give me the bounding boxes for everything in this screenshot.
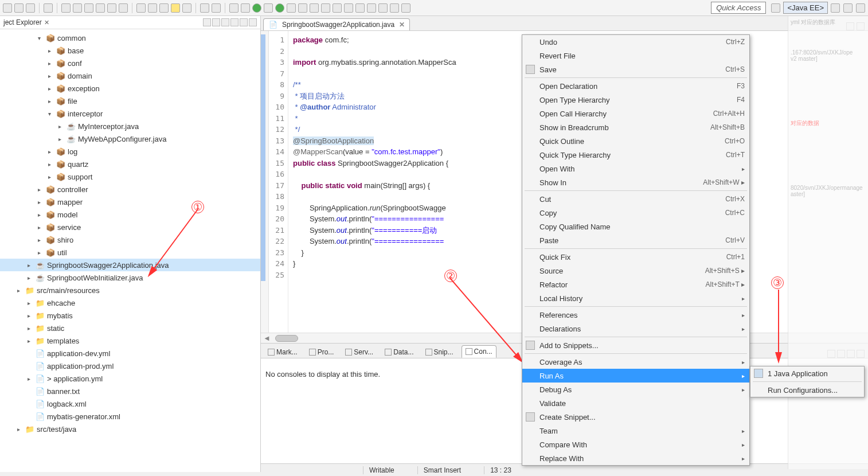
tb-icon[interactable] [107, 3, 116, 13]
context-menu-item[interactable]: Quick Type HierarchyCtrl+T [522, 148, 749, 162]
context-menu-item[interactable]: Debug As▸ [522, 383, 749, 396]
tree-node[interactable]: ▸📁src/test/java [0, 423, 260, 435]
tree-twist-icon[interactable]: ▸ [38, 199, 46, 205]
bottom-tab[interactable]: Data... [381, 346, 417, 358]
tb-icon[interactable] [61, 3, 71, 13]
bottom-tab[interactable]: Con... [462, 345, 496, 358]
tree-twist-icon[interactable]: ▸ [38, 224, 46, 231]
tree-node[interactable]: ▸📦domain [0, 69, 260, 82]
tree-twist-icon[interactable]: ▸ [58, 136, 67, 142]
context-menu-item[interactable]: Quick FixCtrl+1 [522, 250, 749, 264]
tree-node[interactable]: ▸📦conf [0, 57, 260, 69]
collapse-all-icon[interactable] [203, 18, 211, 26]
tb-icon[interactable] [333, 3, 342, 13]
submenu-item[interactable]: 1 Java Application [750, 366, 864, 380]
tree-twist-icon[interactable]: ▸ [48, 48, 56, 54]
tb-icon[interactable] [136, 3, 146, 13]
focus-task-icon[interactable] [221, 18, 229, 26]
tb-icon[interactable] [159, 3, 169, 13]
context-menu-item[interactable]: Open With▸ [522, 162, 749, 175]
tree-node[interactable]: ▸📁mybatis [0, 309, 260, 322]
context-menu-item[interactable]: Compare With▸ [522, 438, 749, 451]
project-tree[interactable]: ▾📦common▸📦base▸📦conf▸📦domain▸📦exception▸… [0, 29, 260, 472]
tree-twist-icon[interactable]: ▸ [28, 275, 36, 281]
tree-node[interactable]: ▸📁static [0, 322, 260, 334]
tb-icon[interactable] [344, 3, 353, 13]
tree-twist-icon[interactable]: ▸ [28, 300, 36, 306]
context-menu-item[interactable]: Replace With▸ [522, 451, 749, 465]
context-menu-item[interactable]: Open Call HierarchyCtrl+Alt+H [522, 107, 749, 120]
tb-icon[interactable] [241, 3, 250, 13]
tree-node[interactable]: ▸☕SpringbootWebInitializer.java [0, 271, 260, 284]
tree-node[interactable]: ▸📦support [0, 170, 260, 183]
tree-twist-icon[interactable]: ▸ [48, 60, 56, 67]
perspective-icon[interactable] [831, 3, 840, 13]
tree-node[interactable]: ▸📁src/main/resources [0, 284, 260, 296]
tb-icon[interactable] [298, 3, 307, 13]
run-as-submenu[interactable]: 1 Java ApplicationRun Configurations... [750, 366, 865, 397]
tree-twist-icon[interactable]: ▸ [28, 262, 36, 268]
tb-icon[interactable] [401, 3, 410, 13]
context-menu-item[interactable]: Open DeclarationF3 [522, 79, 749, 93]
link-editor-icon[interactable] [212, 18, 220, 26]
tb-icon[interactable] [229, 3, 238, 13]
javaee-perspective-button[interactable]: <Java EE> [783, 2, 828, 14]
tree-twist-icon[interactable]: ▸ [48, 73, 56, 79]
tree-node[interactable]: ▸📁ehcache [0, 296, 260, 309]
tree-twist-icon[interactable]: ▸ [38, 186, 46, 193]
tree-twist-icon[interactable]: ▸ [17, 287, 25, 294]
tree-node[interactable]: ▸📁templates [0, 334, 260, 347]
tb-icon[interactable] [310, 3, 319, 13]
tree-node[interactable]: ▸📦quartz [0, 158, 260, 170]
tb-icon[interactable] [390, 3, 399, 13]
open-perspective-icon[interactable] [771, 3, 780, 13]
tb-icon[interactable] [212, 3, 221, 13]
tree-node[interactable]: ▸📦file [0, 95, 260, 107]
tb-icon[interactable] [73, 3, 82, 13]
context-menu-item[interactable]: RefactorAlt+Shift+T ▸ [522, 278, 749, 291]
tb-icon[interactable] [182, 3, 191, 13]
tree-node[interactable]: ▸📦exception [0, 82, 260, 95]
context-menu-item[interactable]: Create Snippet... [522, 410, 749, 424]
tree-twist-icon[interactable]: ▸ [48, 174, 56, 180]
bottom-tab[interactable]: Snip... [422, 346, 457, 358]
tree-twist-icon[interactable]: ▾ [48, 111, 56, 117]
tb-icon[interactable] [367, 3, 376, 13]
context-menu-item[interactable]: Add to Snippets... [522, 338, 749, 352]
tree-twist-icon[interactable]: ▾ [38, 35, 46, 41]
tree-twist-icon[interactable]: ▸ [28, 313, 36, 319]
context-menu-item[interactable]: Revert File [522, 49, 749, 63]
tb-icon[interactable] [355, 3, 365, 13]
context-menu-item[interactable]: Validate [522, 396, 749, 410]
tree-twist-icon[interactable]: ▸ [58, 123, 67, 130]
tree-twist-icon[interactable]: ▸ [48, 98, 56, 104]
tb-icon[interactable] [264, 3, 273, 13]
tree-twist-icon[interactable]: ▸ [48, 85, 56, 92]
tb-icon[interactable] [84, 3, 93, 13]
tree-node[interactable]: 📄banner.txt [0, 385, 260, 397]
tb-icon[interactable] [321, 3, 330, 13]
context-menu-item[interactable]: PasteCtrl+V [522, 233, 749, 247]
tree-twist-icon[interactable]: ▸ [48, 149, 56, 155]
tb-icon[interactable] [200, 3, 209, 13]
context-menu-item[interactable]: Coverage As▸ [522, 355, 749, 369]
close-tab-icon[interactable]: ✕ [399, 21, 405, 29]
tb-icon[interactable] [275, 3, 284, 13]
tree-node[interactable]: ▸📦mapper [0, 196, 260, 208]
close-icon[interactable]: ✕ [44, 19, 49, 26]
tree-node[interactable]: ▸📦shiro [0, 233, 260, 246]
tree-node[interactable]: 📄application-prod.yml [0, 360, 260, 372]
tb-icon[interactable] [378, 3, 388, 13]
context-menu-item[interactable]: Open Type HierarchyF4 [522, 93, 749, 107]
quick-access-field[interactable]: Quick Access [711, 2, 766, 14]
context-menu-item[interactable]: Run As▸ [522, 369, 749, 383]
tree-node[interactable]: ▸📦log [0, 145, 260, 158]
editor-tab[interactable]: 📄 SpringbootSwagger2Application.java ✕ [263, 18, 410, 30]
context-menu-item[interactable]: SourceAlt+Shift+S ▸ [522, 264, 749, 278]
tb-icon[interactable] [96, 3, 105, 13]
tb-icon[interactable] [14, 3, 24, 13]
tree-node[interactable]: ▸☕SpringbootSwagger2Application.java [0, 259, 260, 271]
tree-node[interactable]: ▸📦controller [0, 183, 260, 196]
context-menu-item[interactable]: Copy Qualified Name [522, 220, 749, 233]
tree-twist-icon[interactable]: ▸ [17, 426, 25, 432]
